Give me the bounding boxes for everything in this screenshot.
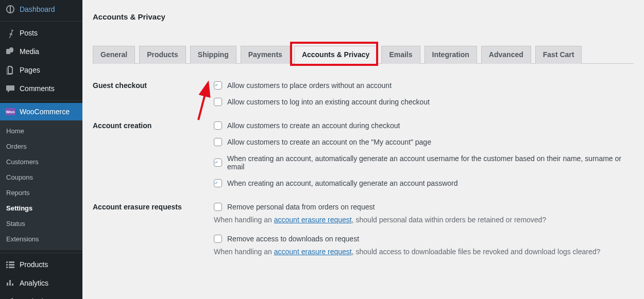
tab-payments[interactable]: Payments xyxy=(241,46,290,64)
sidebar-item-posts[interactable]: Posts xyxy=(0,24,82,42)
comment-icon xyxy=(5,83,15,94)
submenu-item-status[interactable]: Status xyxy=(0,216,82,232)
option-allow-orders-without-account: Allow customers to place orders without … xyxy=(214,81,634,90)
tab-fast-cart[interactable]: Fast Cart xyxy=(535,46,582,64)
option-label: Remove access to downloads on request xyxy=(227,235,359,243)
checkbox[interactable] xyxy=(214,159,222,167)
submenu-item-orders[interactable]: Orders xyxy=(0,139,82,154)
section-heading: Guest checkout xyxy=(93,81,214,90)
page-title: Accounts & Privacy xyxy=(93,5,634,31)
section-account-erasure: Account erasure requests Remove personal… xyxy=(93,203,634,266)
checkbox[interactable] xyxy=(214,81,222,90)
sidebar-item-label: Products xyxy=(20,260,48,269)
sidebar-item-label: Dashboard xyxy=(20,5,55,13)
tab-accounts-privacy[interactable]: Accounts & Privacy xyxy=(294,46,378,64)
checkbox[interactable] xyxy=(214,98,222,106)
erasure-request-link[interactable]: account erasure request xyxy=(274,248,352,256)
products-icon xyxy=(5,259,15,270)
tab-shipping[interactable]: Shipping xyxy=(190,46,236,64)
option-login-during-checkout: Allow customers to log into an existing … xyxy=(214,98,634,106)
sidebar-item-label: Analytics xyxy=(20,279,48,287)
submenu-item-reports[interactable]: Reports xyxy=(0,185,82,201)
submenu-item-customers[interactable]: Customers xyxy=(0,154,82,170)
option-label: Allow customers to log into an existing … xyxy=(227,98,430,106)
checkbox[interactable] xyxy=(214,138,222,146)
sidebar-item-dashboard[interactable]: Dashboard xyxy=(0,0,82,19)
option-erase-personal-data: Remove personal data from orders on requ… xyxy=(214,203,634,211)
tab-advanced[interactable]: Advanced xyxy=(481,46,531,64)
option-label: When creating an account, automatically … xyxy=(227,154,634,171)
checkbox[interactable] xyxy=(214,235,222,243)
sidebar-item-comments[interactable]: Comments xyxy=(0,79,82,98)
option-label: Allow customers to place orders without … xyxy=(227,81,392,90)
checkbox[interactable] xyxy=(214,203,222,211)
option-label: When creating an account, automatically … xyxy=(227,179,458,187)
tab-emails[interactable]: Emails xyxy=(381,46,420,64)
sidebar-item-label: Pages xyxy=(20,66,40,74)
section-heading: Account creation xyxy=(93,121,214,130)
submenu-item-coupons[interactable]: Coupons xyxy=(0,170,82,185)
sidebar-item-media[interactable]: Media xyxy=(0,42,82,61)
media-icon xyxy=(5,46,15,57)
settings-tabs: General Products Shipping Payments Accou… xyxy=(93,46,634,64)
submenu-item-settings[interactable]: Settings xyxy=(0,201,82,216)
tab-general[interactable]: General xyxy=(93,46,135,64)
marketing-icon xyxy=(5,296,15,299)
pages-icon xyxy=(5,65,15,75)
section-guest-checkout: Guest checkout Allow customers to place … xyxy=(93,81,634,114)
submenu-item-extensions[interactable]: Extensions xyxy=(0,232,82,247)
sidebar-item-label: WooCommerce xyxy=(20,108,70,116)
dashboard-icon xyxy=(5,4,15,14)
sidebar-item-marketing[interactable]: Marketing xyxy=(0,292,82,299)
erasure-request-link[interactable]: account erasure request xyxy=(274,216,352,224)
checkbox[interactable] xyxy=(214,121,222,130)
checkbox[interactable] xyxy=(214,179,222,187)
sidebar-item-pages[interactable]: Pages xyxy=(0,61,82,79)
admin-sidebar: Dashboard Posts Media Pages xyxy=(0,0,82,299)
tab-products[interactable]: Products xyxy=(139,46,186,64)
sidebar-item-woocommerce[interactable]: Woo WooCommerce xyxy=(0,103,82,120)
sidebar-item-label: Posts xyxy=(20,29,38,37)
option-label: Allow customers to create an account on … xyxy=(227,138,431,146)
option-help-text: When handling an account erasure request… xyxy=(214,247,634,257)
analytics-icon xyxy=(5,278,15,288)
sidebar-item-label: Media xyxy=(20,47,39,56)
sidebar-item-analytics[interactable]: Analytics xyxy=(0,274,82,292)
option-help-text: When handling an account erasure request… xyxy=(214,215,634,225)
sidebar-item-products[interactable]: Products xyxy=(0,255,82,274)
option-auto-password: When creating an account, automatically … xyxy=(214,179,634,187)
sidebar-item-label: Comments xyxy=(20,84,55,93)
tab-integration[interactable]: Integration xyxy=(425,46,477,64)
option-erase-downloads-access: Remove access to downloads on request xyxy=(214,235,634,243)
submenu-item-home[interactable]: Home xyxy=(0,124,82,139)
option-auto-username: When creating an account, automatically … xyxy=(214,154,634,171)
woo-icon: Woo xyxy=(5,108,15,115)
section-heading: Account erasure requests xyxy=(93,203,214,211)
settings-main: Accounts & Privacy General Products Ship… xyxy=(82,0,644,299)
option-label: Allow customers to create an account dur… xyxy=(227,121,400,130)
woocommerce-submenu: Home Orders Customers Coupons Reports Se… xyxy=(0,120,82,250)
option-create-account-checkout: Allow customers to create an account dur… xyxy=(214,121,634,130)
section-account-creation: Account creation Allow customers to crea… xyxy=(93,121,634,196)
option-label: Remove personal data from orders on requ… xyxy=(227,203,375,211)
option-create-account-myaccount: Allow customers to create an account on … xyxy=(214,138,634,146)
pin-icon xyxy=(5,28,15,38)
